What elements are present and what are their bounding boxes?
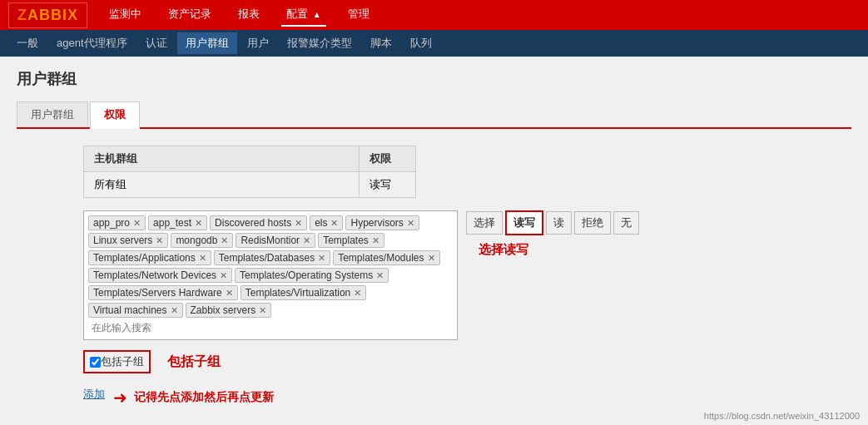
logo-z: Z <box>17 7 27 23</box>
subnav-agent[interactable]: agent代理程序 <box>48 32 136 54</box>
tag-mongodb: mongodb ✕ <box>171 233 233 248</box>
tag-remove-zabbix[interactable]: ✕ <box>259 305 266 316</box>
tag-remove-app_pro[interactable]: ✕ <box>133 218 141 229</box>
tag-search-input[interactable] <box>88 320 453 335</box>
tag-app_pro: app_pro ✕ <box>88 215 146 230</box>
tag-templates-os: Templates/Operating Systems ✕ <box>235 268 389 283</box>
callout-readwrite: 选择读写 <box>466 242 639 258</box>
subgroup-checkbox-wrapper: 包括子组 <box>83 350 151 373</box>
tag-remove-templates-db[interactable]: ✕ <box>318 253 325 264</box>
logo: ZABBIX <box>8 2 87 28</box>
callout-subgroup: 包括子组 <box>167 353 221 371</box>
cell-allgroups: 所有组 <box>84 172 360 198</box>
tab-permissions[interactable]: 权限 <box>90 101 140 129</box>
top-nav-items: 监测中 资产记录 报表 配置 ▲ 管理 <box>104 3 374 27</box>
tag-app_test: app_test ✕ <box>148 215 207 230</box>
bottom-url: https://blog.csdn.net/weixin_43112000 <box>704 411 860 421</box>
add-link[interactable]: 添加 <box>83 387 105 402</box>
page-content: 用户群组 用户群组 权限 主机群组 权限 所有组 读写 app_p <box>0 57 868 425</box>
perm-none-button[interactable]: 无 <box>613 211 639 235</box>
perm-read-button[interactable]: 读 <box>546 211 572 235</box>
subnav-scripts[interactable]: 脚本 <box>362 32 400 54</box>
subnav-media[interactable]: 报警媒介类型 <box>279 32 360 54</box>
tag-templates-apps: Templates/Applications ✕ <box>88 250 211 265</box>
tag-linux-servers: Linux servers ✕ <box>88 233 168 248</box>
tag-remove-templates-modules[interactable]: ✕ <box>428 253 435 264</box>
subgroup-checkbox-row: 包括子组 包括子组 <box>83 350 851 373</box>
subnav-auth[interactable]: 认证 <box>137 32 176 54</box>
tag-redismontior: RedisMontior ✕ <box>236 233 315 248</box>
nav-assets[interactable]: 资产记录 <box>163 3 216 27</box>
tag-remove-templates[interactable]: ✕ <box>372 235 379 246</box>
add-row: 添加 ➜ 记得先点添加然后再点更新 <box>83 380 851 414</box>
perm-select-button[interactable]: 选择 <box>466 211 503 235</box>
nav-reports[interactable]: 报表 <box>233 3 265 27</box>
tag-remove-hypervisors[interactable]: ✕ <box>407 218 414 229</box>
tag-remove-templates-apps[interactable]: ✕ <box>199 253 206 264</box>
subgroup-checkbox[interactable] <box>90 357 101 368</box>
tag-templates-network: Templates/Network Devices ✕ <box>88 268 232 283</box>
tag-remove-app_test[interactable]: ✕ <box>195 218 202 229</box>
tag-remove-templates-virt[interactable]: ✕ <box>354 288 361 299</box>
perm-readwrite-button[interactable]: 读写 <box>505 210 543 235</box>
rights-table: 主机群组 权限 所有组 读写 <box>83 146 416 198</box>
sub-navigation: 一般 agent代理程序 认证 用户群组 用户 报警媒介类型 脚本 队列 <box>0 30 868 57</box>
col-permissions: 权限 <box>360 146 416 172</box>
subgroup-checkbox-label: 包括子组 <box>101 354 144 369</box>
tag-selector-row: app_pro ✕ app_test ✕ Discovered hosts ✕ … <box>83 210 851 340</box>
tag-els: els ✕ <box>310 215 343 230</box>
tag-input-area[interactable]: app_pro ✕ app_test ✕ Discovered hosts ✕ … <box>83 210 458 340</box>
tag-templates-virt: Templates/Virtualization ✕ <box>241 285 367 300</box>
tag-hypervisors: Hypervisors ✕ <box>345 215 419 230</box>
perm-deny-button[interactable]: 拒绝 <box>574 211 611 235</box>
tag-remove-vms[interactable]: ✕ <box>171 305 178 316</box>
tag-remove-templates-os[interactable]: ✕ <box>376 270 384 281</box>
subnav-queue[interactable]: 队列 <box>402 32 440 54</box>
add-reminder-callout: 记得先点添加然后再点更新 <box>134 390 274 405</box>
top-navigation: ZABBIX 监测中 资产记录 报表 配置 ▲ 管理 <box>0 0 868 30</box>
nav-admin[interactable]: 管理 <box>343 3 374 27</box>
subnav-users[interactable]: 用户 <box>239 32 277 54</box>
rights-section: 主机群组 权限 所有组 读写 <box>17 146 851 198</box>
tag-discovered-hosts: Discovered hosts ✕ <box>210 215 307 230</box>
tabs: 用户群组 权限 <box>17 101 851 129</box>
logo-rest: ABBIX <box>27 7 78 23</box>
page-title: 用户群组 <box>17 69 851 89</box>
tag-remove-templates-net[interactable]: ✕ <box>220 270 227 281</box>
tag-remove-els[interactable]: ✕ <box>330 218 338 229</box>
subnav-usergroups[interactable]: 用户群组 <box>177 32 237 54</box>
perm-buttons-area: 选择 读写 读 拒绝 无 选择读写 <box>466 210 639 258</box>
tag-remove-redis[interactable]: ✕ <box>303 235 310 246</box>
subnav-general[interactable]: 一般 <box>8 32 47 54</box>
tag-templates-modules: Templates/Modules ✕ <box>333 250 439 265</box>
arrow-icon: ➜ <box>113 388 127 408</box>
cell-readwrite: 读写 <box>360 172 416 198</box>
tag-templates-servers: Templates/Servers Hardware ✕ <box>88 285 238 300</box>
tag-remove-templates-srv[interactable]: ✕ <box>226 288 233 299</box>
tag-templates-databases: Templates/Databases ✕ <box>214 250 330 265</box>
col-hostgroup: 主机群组 <box>84 146 360 172</box>
tab-group[interactable]: 用户群组 <box>17 101 88 127</box>
tag-templates: Templates ✕ <box>318 233 384 248</box>
tag-zabbix-servers: Zabbix servers ✕ <box>186 303 272 318</box>
perm-buttons-row: 选择 读写 读 拒绝 无 <box>466 210 639 235</box>
tag-remove-mongodb[interactable]: ✕ <box>221 235 228 246</box>
tag-virtual-machines: Virtual machines ✕ <box>88 303 183 318</box>
tag-remove-linux[interactable]: ✕ <box>156 235 163 246</box>
nav-monitor[interactable]: 监测中 <box>104 3 146 27</box>
tag-remove-discovered[interactable]: ✕ <box>295 218 302 229</box>
nav-config[interactable]: 配置 ▲ <box>281 3 326 27</box>
